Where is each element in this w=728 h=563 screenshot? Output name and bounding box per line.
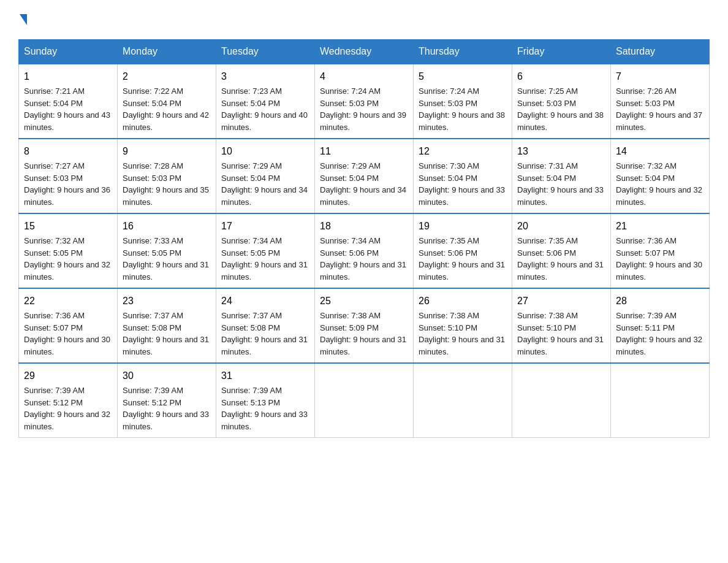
sunrise-info: Sunrise: 7:39 AMSunset: 5:12 PMDaylight:…	[24, 386, 110, 431]
day-number: 22	[24, 294, 112, 308]
logo-text	[18, 12, 27, 27]
sunrise-info: Sunrise: 7:38 AMSunset: 5:10 PMDaylight:…	[517, 311, 604, 356]
calendar-cell: 3Sunrise: 7:23 AMSunset: 5:04 PMDaylight…	[216, 64, 315, 139]
calendar-table: SundayMondayTuesdayWednesdayThursdayFrid…	[18, 39, 710, 438]
calendar-week-5: 29Sunrise: 7:39 AMSunset: 5:12 PMDayligh…	[19, 363, 710, 438]
calendar-cell: 20Sunrise: 7:35 AMSunset: 5:06 PMDayligh…	[512, 213, 611, 288]
day-number: 6	[517, 69, 605, 84]
header-sunday: Sunday	[19, 40, 118, 64]
day-number: 17	[221, 219, 309, 234]
sunrise-info: Sunrise: 7:39 AMSunset: 5:11 PMDaylight:…	[616, 311, 702, 356]
calendar-cell	[611, 363, 710, 438]
sunrise-info: Sunrise: 7:24 AMSunset: 5:03 PMDaylight:…	[419, 86, 505, 132]
sunrise-info: Sunrise: 7:32 AMSunset: 5:04 PMDaylight:…	[616, 161, 702, 207]
day-number: 3	[221, 69, 309, 84]
day-number: 1	[24, 69, 112, 84]
sunrise-info: Sunrise: 7:38 AMSunset: 5:10 PMDaylight:…	[419, 311, 505, 356]
sunrise-info: Sunrise: 7:34 AMSunset: 5:05 PMDaylight:…	[221, 236, 308, 282]
day-number: 8	[24, 144, 112, 159]
sunrise-info: Sunrise: 7:33 AMSunset: 5:05 PMDaylight:…	[123, 236, 209, 282]
calendar-cell: 18Sunrise: 7:34 AMSunset: 5:06 PMDayligh…	[315, 213, 414, 288]
calendar-cell: 1Sunrise: 7:21 AMSunset: 5:04 PMDaylight…	[19, 64, 118, 139]
calendar-cell: 16Sunrise: 7:33 AMSunset: 5:05 PMDayligh…	[118, 213, 216, 288]
day-number: 29	[24, 369, 112, 383]
sunrise-info: Sunrise: 7:36 AMSunset: 5:07 PMDaylight:…	[24, 311, 110, 356]
calendar-cell: 6Sunrise: 7:25 AMSunset: 5:03 PMDaylight…	[512, 64, 611, 139]
calendar-cell: 21Sunrise: 7:36 AMSunset: 5:07 PMDayligh…	[611, 213, 710, 288]
calendar-cell: 27Sunrise: 7:38 AMSunset: 5:10 PMDayligh…	[512, 288, 611, 363]
day-number: 15	[24, 219, 112, 234]
day-number: 24	[221, 294, 309, 308]
sunrise-info: Sunrise: 7:31 AMSunset: 5:04 PMDaylight:…	[517, 161, 604, 207]
day-number: 19	[419, 219, 507, 234]
calendar-cell: 13Sunrise: 7:31 AMSunset: 5:04 PMDayligh…	[512, 139, 611, 213]
day-number: 5	[419, 69, 507, 84]
sunrise-info: Sunrise: 7:39 AMSunset: 5:13 PMDaylight:…	[221, 386, 308, 431]
calendar-cell: 11Sunrise: 7:29 AMSunset: 5:04 PMDayligh…	[315, 139, 414, 213]
calendar-cell: 8Sunrise: 7:27 AMSunset: 5:03 PMDaylight…	[19, 139, 118, 213]
calendar-cell: 31Sunrise: 7:39 AMSunset: 5:13 PMDayligh…	[216, 363, 315, 438]
header-saturday: Saturday	[611, 40, 710, 64]
calendar-cell: 22Sunrise: 7:36 AMSunset: 5:07 PMDayligh…	[19, 288, 118, 363]
calendar-cell: 25Sunrise: 7:38 AMSunset: 5:09 PMDayligh…	[315, 288, 414, 363]
sunrise-info: Sunrise: 7:35 AMSunset: 5:06 PMDaylight:…	[517, 236, 604, 282]
sunrise-info: Sunrise: 7:26 AMSunset: 5:03 PMDaylight:…	[616, 86, 702, 132]
sunrise-info: Sunrise: 7:29 AMSunset: 5:04 PMDaylight:…	[320, 161, 406, 207]
calendar-week-3: 15Sunrise: 7:32 AMSunset: 5:05 PMDayligh…	[19, 213, 710, 288]
sunrise-info: Sunrise: 7:27 AMSunset: 5:03 PMDaylight:…	[24, 161, 110, 207]
day-number: 16	[123, 219, 211, 234]
sunrise-info: Sunrise: 7:29 AMSunset: 5:04 PMDaylight:…	[221, 161, 308, 207]
sunrise-info: Sunrise: 7:23 AMSunset: 5:04 PMDaylight:…	[221, 86, 308, 132]
sunrise-info: Sunrise: 7:32 AMSunset: 5:05 PMDaylight:…	[24, 236, 110, 282]
sunrise-info: Sunrise: 7:22 AMSunset: 5:04 PMDaylight:…	[123, 86, 209, 132]
sunrise-info: Sunrise: 7:39 AMSunset: 5:12 PMDaylight:…	[123, 386, 209, 431]
calendar-cell: 2Sunrise: 7:22 AMSunset: 5:04 PMDaylight…	[118, 64, 216, 139]
calendar-cell: 7Sunrise: 7:26 AMSunset: 5:03 PMDaylight…	[611, 64, 710, 139]
calendar-cell: 17Sunrise: 7:34 AMSunset: 5:05 PMDayligh…	[216, 213, 315, 288]
day-number: 23	[123, 294, 211, 308]
day-number: 25	[320, 294, 408, 308]
calendar-cell	[512, 363, 611, 438]
calendar-cell	[315, 363, 414, 438]
sunrise-info: Sunrise: 7:25 AMSunset: 5:03 PMDaylight:…	[517, 86, 604, 132]
sunrise-info: Sunrise: 7:21 AMSunset: 5:04 PMDaylight:…	[24, 86, 110, 132]
day-number: 4	[320, 69, 408, 84]
calendar-cell: 19Sunrise: 7:35 AMSunset: 5:06 PMDayligh…	[414, 213, 512, 288]
calendar-cell: 30Sunrise: 7:39 AMSunset: 5:12 PMDayligh…	[118, 363, 216, 438]
calendar-week-2: 8Sunrise: 7:27 AMSunset: 5:03 PMDaylight…	[19, 139, 710, 213]
calendar-cell: 14Sunrise: 7:32 AMSunset: 5:04 PMDayligh…	[611, 139, 710, 213]
calendar-week-4: 22Sunrise: 7:36 AMSunset: 5:07 PMDayligh…	[19, 288, 710, 363]
day-number: 21	[616, 219, 704, 234]
logo	[18, 12, 27, 27]
day-number: 18	[320, 219, 408, 234]
day-number: 28	[616, 294, 704, 308]
calendar-cell: 4Sunrise: 7:24 AMSunset: 5:03 PMDaylight…	[315, 64, 414, 139]
sunrise-info: Sunrise: 7:35 AMSunset: 5:06 PMDaylight:…	[419, 236, 505, 282]
calendar-cell: 9Sunrise: 7:28 AMSunset: 5:03 PMDaylight…	[118, 139, 216, 213]
header-friday: Friday	[512, 40, 611, 64]
day-number: 13	[517, 144, 605, 159]
day-number: 11	[320, 144, 408, 159]
calendar-week-1: 1Sunrise: 7:21 AMSunset: 5:04 PMDaylight…	[19, 64, 710, 139]
calendar-header-row: SundayMondayTuesdayWednesdayThursdayFrid…	[19, 40, 710, 64]
day-number: 10	[221, 144, 309, 159]
day-number: 2	[123, 69, 211, 84]
logo-arrow-icon	[20, 14, 27, 25]
calendar-cell: 10Sunrise: 7:29 AMSunset: 5:04 PMDayligh…	[216, 139, 315, 213]
calendar-cell: 26Sunrise: 7:38 AMSunset: 5:10 PMDayligh…	[414, 288, 512, 363]
calendar-cell: 23Sunrise: 7:37 AMSunset: 5:08 PMDayligh…	[118, 288, 216, 363]
day-number: 30	[123, 369, 211, 383]
day-number: 7	[616, 69, 704, 84]
sunrise-info: Sunrise: 7:28 AMSunset: 5:03 PMDaylight:…	[123, 161, 209, 207]
calendar-cell: 24Sunrise: 7:37 AMSunset: 5:08 PMDayligh…	[216, 288, 315, 363]
calendar-cell: 28Sunrise: 7:39 AMSunset: 5:11 PMDayligh…	[611, 288, 710, 363]
header-thursday: Thursday	[414, 40, 512, 64]
sunrise-info: Sunrise: 7:30 AMSunset: 5:04 PMDaylight:…	[419, 161, 505, 207]
calendar-cell: 5Sunrise: 7:24 AMSunset: 5:03 PMDaylight…	[414, 64, 512, 139]
calendar-cell: 29Sunrise: 7:39 AMSunset: 5:12 PMDayligh…	[19, 363, 118, 438]
calendar-cell: 15Sunrise: 7:32 AMSunset: 5:05 PMDayligh…	[19, 213, 118, 288]
sunrise-info: Sunrise: 7:24 AMSunset: 5:03 PMDaylight:…	[320, 86, 406, 132]
header-monday: Monday	[118, 40, 216, 64]
sunrise-info: Sunrise: 7:37 AMSunset: 5:08 PMDaylight:…	[123, 311, 209, 356]
sunrise-info: Sunrise: 7:37 AMSunset: 5:08 PMDaylight:…	[221, 311, 308, 356]
